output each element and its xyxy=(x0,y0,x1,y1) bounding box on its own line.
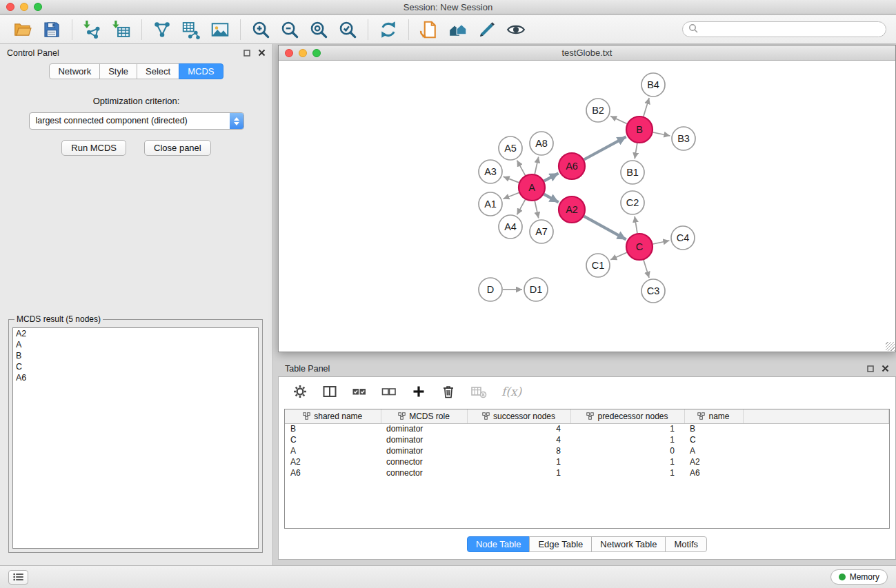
edge-B-B2[interactable] xyxy=(610,116,627,123)
export-image-icon[interactable] xyxy=(210,19,230,40)
deselect-all-columns-icon[interactable] xyxy=(381,384,397,399)
close-panel-icon[interactable] xyxy=(258,49,266,57)
table-row[interactable]: A6connector11A6 xyxy=(285,467,889,478)
tab-select[interactable]: Select xyxy=(137,63,179,79)
edge-C-C4[interactable] xyxy=(653,241,670,244)
add-column-icon[interactable] xyxy=(411,384,426,399)
zoom-window-button[interactable] xyxy=(34,3,42,11)
open-file-icon[interactable] xyxy=(12,19,33,40)
edge-A-A5[interactable] xyxy=(517,161,526,176)
node-A3[interactable]: A3 xyxy=(479,160,502,183)
run-mcds-button[interactable]: Run MCDS xyxy=(61,140,126,156)
task-history-button[interactable] xyxy=(8,570,28,585)
minimize-window-button[interactable] xyxy=(20,3,28,11)
mcds-result-item[interactable]: B xyxy=(13,350,258,361)
mcds-result-item[interactable]: A6 xyxy=(13,372,258,383)
edge-A2-C[interactable] xyxy=(584,216,626,240)
column-header-MCDS-role[interactable]: MCDS role xyxy=(381,409,467,423)
mcds-result-item[interactable]: A2 xyxy=(13,328,258,339)
node-A7[interactable]: A7 xyxy=(530,220,553,243)
node-D[interactable]: D xyxy=(479,278,502,301)
network-overview-icon[interactable] xyxy=(448,19,468,40)
mcds-result-list[interactable]: A2ABCA6 xyxy=(12,327,259,549)
zoom-in-icon[interactable] xyxy=(250,19,271,40)
memory-button[interactable]: Memory xyxy=(830,569,888,585)
zoom-selected-icon[interactable] xyxy=(337,19,358,40)
edge-A-A1[interactable] xyxy=(504,192,519,199)
edge-A-A4[interactable] xyxy=(517,200,526,215)
column-header-name[interactable]: name xyxy=(684,409,743,423)
node-C3[interactable]: C3 xyxy=(641,279,665,303)
float-panel-icon[interactable] xyxy=(243,50,250,57)
tab-edge-table[interactable]: Edge Table xyxy=(529,536,592,552)
edge-A6-B[interactable] xyxy=(584,136,626,159)
edge-C-C3[interactable] xyxy=(644,260,649,278)
node-B3[interactable]: B3 xyxy=(672,127,695,150)
network-close-button[interactable] xyxy=(285,49,293,57)
tab-network[interactable]: Network xyxy=(49,63,100,79)
column-header-predecessor-nodes[interactable]: predecessor nodes xyxy=(570,409,684,423)
node-A6[interactable]: A6 xyxy=(559,153,585,179)
node-B2[interactable]: B2 xyxy=(586,99,610,122)
edge-C-C1[interactable] xyxy=(610,252,627,260)
tab-network-table[interactable]: Network Table xyxy=(591,536,666,552)
search-input[interactable] xyxy=(701,25,880,34)
edge-A-A6[interactable] xyxy=(544,173,559,181)
import-table-icon[interactable] xyxy=(111,19,132,40)
save-session-icon[interactable] xyxy=(41,19,62,40)
select-all-columns-icon[interactable] xyxy=(352,384,367,399)
apply-style-icon[interactable] xyxy=(477,19,497,40)
table-row[interactable]: Bdominator41B xyxy=(285,423,889,434)
column-header-successor-nodes[interactable]: successor nodes xyxy=(467,409,570,423)
node-C1[interactable]: C1 xyxy=(586,254,610,277)
table-settings-gear-icon[interactable] xyxy=(292,384,308,399)
edge-B-B3[interactable] xyxy=(653,132,670,136)
function-builder-icon[interactable]: f(x) xyxy=(501,385,521,398)
import-network-icon[interactable] xyxy=(82,19,103,40)
node-B[interactable]: B xyxy=(626,116,653,143)
close-panel-button[interactable]: Close panel xyxy=(144,140,211,156)
table-row[interactable]: Adominator80A xyxy=(285,445,889,456)
window-resize-grip[interactable] xyxy=(886,342,895,351)
close-table-panel-icon[interactable] xyxy=(882,365,889,372)
node-C4[interactable]: C4 xyxy=(671,226,695,250)
tab-motifs[interactable]: Motifs xyxy=(665,536,707,552)
float-table-panel-icon[interactable] xyxy=(867,365,874,372)
node-A5[interactable]: A5 xyxy=(499,136,522,160)
tab-style[interactable]: Style xyxy=(99,63,137,79)
node-A1[interactable]: A1 xyxy=(479,192,502,216)
edge-B-B4[interactable] xyxy=(644,98,649,116)
close-window-button[interactable] xyxy=(6,3,14,11)
show-hide-panel-eye-icon[interactable] xyxy=(506,19,526,40)
open-document-icon[interactable] xyxy=(419,19,439,40)
column-header-shared-name[interactable]: shared name xyxy=(285,409,381,423)
network-window-titlebar[interactable]: testGlobe.txt xyxy=(279,45,895,61)
network-minimize-button[interactable] xyxy=(299,49,307,57)
edge-A-A8[interactable] xyxy=(535,157,538,174)
node-B4[interactable]: B4 xyxy=(641,73,665,97)
delete-table-icon[interactable] xyxy=(470,384,487,399)
tab-mcds[interactable]: MCDS xyxy=(179,63,223,79)
node-B1[interactable]: B1 xyxy=(621,161,644,184)
zoom-fit-icon[interactable] xyxy=(308,19,329,40)
node-A2[interactable]: A2 xyxy=(559,196,585,223)
node-C[interactable]: C xyxy=(626,234,653,260)
new-network-icon[interactable] xyxy=(152,19,172,40)
show-columns-icon[interactable] xyxy=(322,384,337,399)
search-box[interactable] xyxy=(682,21,886,37)
new-network-table-icon[interactable] xyxy=(181,19,201,40)
mcds-result-item[interactable]: A xyxy=(13,339,258,350)
edge-C-C2[interactable] xyxy=(635,216,637,233)
node-C2[interactable]: C2 xyxy=(621,191,644,214)
node-D1[interactable]: D1 xyxy=(524,278,548,301)
edge-A-A7[interactable] xyxy=(535,201,538,219)
tab-node-table[interactable]: Node Table xyxy=(467,536,530,552)
dropdown-stepper-icon[interactable] xyxy=(230,113,243,129)
edge-B-B1[interactable] xyxy=(635,143,637,159)
network-zoom-button[interactable] xyxy=(312,49,321,57)
zoom-out-icon[interactable] xyxy=(279,19,300,40)
delete-column-trash-icon[interactable] xyxy=(441,384,456,399)
node-A[interactable]: A xyxy=(519,174,545,201)
edge-A-A2[interactable] xyxy=(544,194,559,203)
refresh-icon[interactable] xyxy=(378,19,399,40)
